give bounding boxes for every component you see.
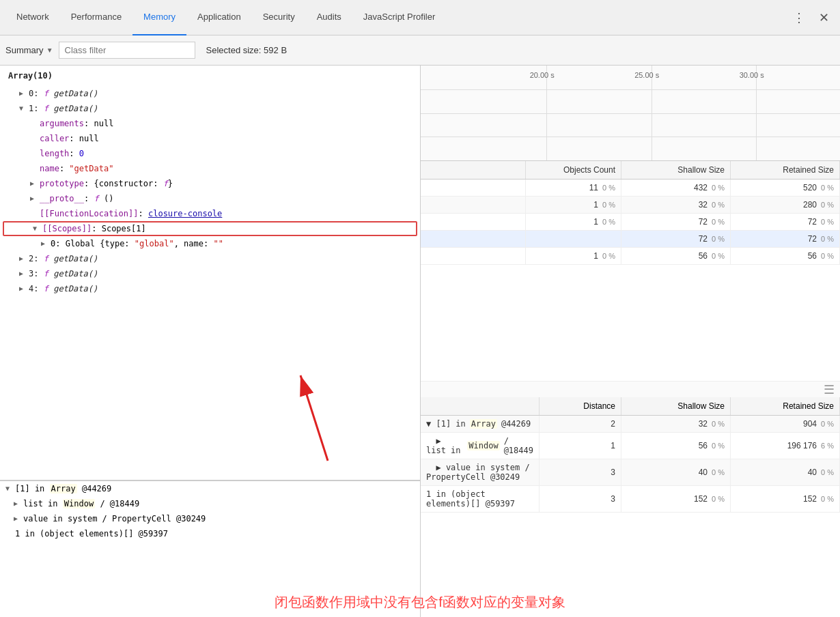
td-name [421, 248, 526, 264]
table-row[interactable]: ▶ list in Window / @18449 1 560 % 196 17… [421, 433, 840, 459]
timeline-label: 25.00 s [634, 71, 659, 79]
tree-row[interactable]: ▶ list in Window / @18449 [0, 496, 420, 511]
table-header: Objects Count Shallow Size Retained Size [421, 161, 840, 180]
td-shallow: 56 0 % [621, 248, 731, 264]
td-objects: 11 0 % [526, 180, 621, 196]
tree-row[interactable]: ▶ 0: Global {type: "global", name: "" [0, 236, 420, 251]
col-header-retained[interactable]: Retained Size [731, 397, 840, 415]
more-icon[interactable]: ⋮ [788, 7, 810, 29]
td-name: 1 in (object elements)[] @59397 [421, 486, 540, 512]
col-header-object [421, 397, 540, 415]
table-row[interactable]: 1 0 % 56 0 % 56 0 % [421, 248, 840, 265]
annotation-text: 闭包函数作用域中没有包含f函数对应的变量对象 [275, 594, 565, 609]
tree-row[interactable]: length: 0 [0, 146, 420, 161]
tree-row[interactable]: ▶ value in system / PropertyCell @30249 [0, 511, 420, 526]
td-shallow: 320 % [621, 416, 731, 432]
tree-row[interactable]: ▶ __proto__: f () [0, 191, 420, 206]
class-filter-input[interactable] [59, 42, 195, 59]
collapse-toggle[interactable]: ▼ [19, 102, 29, 115]
tree-row[interactable]: ▶ 2: f getData() [0, 251, 420, 266]
tab-audits[interactable]: Audits [306, 0, 352, 35]
annotation-area: 闭包函数作用域中没有包含f函数对应的变量对象 [0, 593, 840, 612]
dropdown-arrow-icon: ▼ [46, 46, 53, 54]
td-shallow: 400 % [621, 459, 731, 485]
tree-row[interactable]: ▶ 3: f getData() [0, 266, 420, 281]
timeline-area: 20.00 s 25.00 s 30.00 s [421, 66, 840, 161]
tab-js-profiler[interactable]: JavaScript Profiler [352, 0, 446, 35]
tree-row[interactable]: ▼ [1] in Array @44269 [0, 481, 420, 496]
right-panel: 20.00 s 25.00 s 30.00 s Objects Count Sh… [421, 66, 840, 617]
toolbar: Summary ▼ Selected size: 592 B [0, 35, 840, 66]
td-name [421, 197, 526, 213]
tab-performance[interactable]: Performance [60, 0, 132, 35]
td-retained: 520 0 % [731, 180, 840, 196]
td-name: ▼ [1] in Array @44269 [421, 416, 540, 432]
table-row[interactable]: 1 0 % 72 0 % 72 0 % [421, 214, 840, 231]
td-name [421, 231, 526, 247]
collapse-toggle[interactable]: ▶ [19, 253, 29, 265]
collapse-toggle[interactable]: ▼ [5, 483, 15, 495]
col-header-retained[interactable]: Retained Size [731, 161, 840, 179]
table-row[interactable]: ▼ [1] in Array @44269 2 320 % 9040 % [421, 416, 840, 433]
td-shallow: 560 % [621, 433, 731, 459]
collapse-toggle[interactable]: ▶ [14, 513, 23, 525]
td-shallow: 432 0 % [621, 180, 731, 196]
td-dist: 2 [540, 416, 621, 432]
tree-row[interactable]: name: "getData" [0, 161, 420, 176]
table-body: 11 0 % 432 0 % 520 0 % 1 [421, 180, 840, 381]
tree-row[interactable]: arguments: null [0, 116, 420, 131]
col-header-distance[interactable]: Distance [540, 397, 621, 415]
collapse-toggle[interactable]: ▶ [30, 177, 40, 190]
td-retained: 72 0 % [731, 231, 840, 247]
td-retained: 56 0 % [731, 248, 840, 264]
scroll-indicator: ☰ [824, 382, 835, 397]
tree-row[interactable]: ▶ 4: f getData() [0, 281, 420, 296]
close-icon[interactable]: ✕ [813, 7, 835, 29]
bottom-table-header: Distance Shallow Size Retained Size [421, 397, 840, 416]
collapse-toggle[interactable]: ▼ [33, 223, 42, 235]
tab-memory[interactable]: Memory [132, 0, 186, 35]
collapse-toggle[interactable]: ▶ [41, 238, 51, 250]
table-row[interactable]: 72 0 % 72 0 % [421, 231, 840, 248]
table-row[interactable]: 1 in (object elements)[] @59397 3 1520 %… [421, 486, 840, 513]
td-name: ▶ value in system / PropertyCell @30249 [421, 459, 540, 485]
td-objects: 1 0 % [526, 197, 621, 213]
td-shallow: 72 0 % [621, 214, 731, 230]
table-row[interactable]: 1 0 % 32 0 % 280 0 % [421, 197, 840, 214]
collapse-toggle[interactable]: ▶ [30, 192, 40, 205]
table-row[interactable]: ▶ value in system / PropertyCell @30249 … [421, 459, 840, 486]
retainers-table: Distance Shallow Size Retained Size ▼ [1… [421, 397, 840, 617]
col-header-name [421, 161, 526, 179]
td-shallow: 32 0 % [621, 197, 731, 213]
main-table: Objects Count Shallow Size Retained Size… [421, 161, 840, 381]
tree-row[interactable]: ▶ prototype: {constructor: f} [0, 176, 420, 191]
td-retained: 72 0 % [731, 214, 840, 230]
collapse-toggle[interactable]: ▶ [19, 283, 29, 295]
col-header-objects[interactable]: Objects Count [526, 161, 621, 179]
td-name [421, 214, 526, 230]
td-objects: 1 0 % [526, 214, 621, 230]
scopes-row[interactable]: ▼ [[Scopes]]: Scopes[1] [3, 221, 417, 236]
td-dist: 3 [540, 459, 621, 485]
table-row[interactable]: 11 0 % 432 0 % 520 0 % [421, 180, 840, 197]
view-label: Summary [5, 45, 44, 55]
tab-security[interactable]: Security [252, 0, 306, 35]
tree-row[interactable]: ▼ 1: f getData() [0, 101, 420, 116]
tree-row[interactable]: [[FunctionLocation]]: closure-console [0, 206, 420, 221]
selected-size-label: Selected size: 592 B [206, 45, 288, 55]
col-header-shallow[interactable]: Shallow Size [621, 397, 731, 415]
view-selector[interactable]: Summary ▼ [5, 45, 53, 55]
td-retained: 400 % [731, 459, 840, 485]
td-dist: 1 [540, 433, 621, 459]
tab-application[interactable]: Application [186, 0, 252, 35]
collapse-toggle[interactable]: ▶ [14, 498, 23, 510]
tab-network[interactable]: Network [5, 0, 60, 35]
col-header-shallow[interactable]: Shallow Size [621, 161, 731, 179]
td-dist: 3 [540, 486, 621, 512]
collapse-toggle[interactable]: ▶ [19, 268, 29, 280]
collapse-toggle[interactable]: ▶ [19, 87, 29, 100]
tree-row[interactable]: caller: null [0, 131, 420, 146]
tree-row[interactable]: 1 in (object elements)[] @59397 [0, 526, 420, 541]
tree-row[interactable]: ▶ 0: f getData() [0, 86, 420, 101]
td-name: ▶ list in Window / @18449 [421, 433, 540, 459]
